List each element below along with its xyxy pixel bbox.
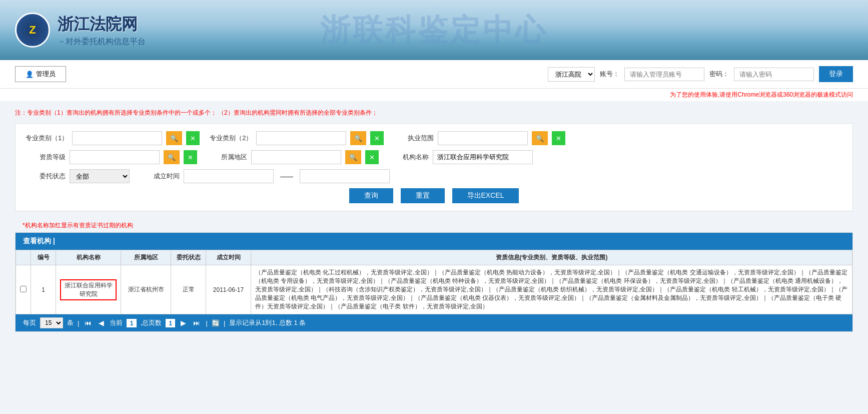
query-button[interactable]: 查询	[349, 188, 393, 203]
entrust-label: 委托状态	[26, 172, 66, 181]
col-checkbox	[16, 250, 31, 265]
region-search-btn[interactable]: 🔍	[345, 150, 361, 164]
last-page-btn[interactable]: ⏭	[192, 319, 202, 327]
row-checkbox[interactable]	[20, 286, 27, 292]
field-category1: 专业类别（1） 🔍 ✕	[26, 131, 200, 145]
site-title-block: 浙江法院网 －对外委托机构信息平台	[58, 14, 146, 47]
establish-label: 成立时间	[140, 172, 180, 181]
notice-bar: 为了您的使用体验,请使用Chrome浏览器或360浏览器的极速模式访问	[0, 89, 868, 101]
login-bar: 👤 管理员 浙江高院 账号： 密码： 登录	[0, 60, 868, 89]
level-search-btn[interactable]: 🔍	[164, 150, 180, 164]
action-buttons: 查询 重置 导出EXCEL	[26, 188, 842, 203]
site-title: 浙江法院网	[58, 14, 146, 36]
field-scope: 执业范围 🔍 ✕	[394, 131, 565, 145]
time-dash: ——	[280, 173, 293, 180]
field-level: 资质等级 🔍 ✕	[26, 150, 197, 164]
cell-checkbox[interactable]	[16, 265, 31, 314]
form-row-1: 专业类别（1） 🔍 ✕ 专业类别（2） 🔍 ✕ 执业范围 🔍 ✕	[26, 131, 842, 145]
table-title-divider: |	[53, 237, 55, 245]
field-org-name: 机构名称	[389, 150, 533, 164]
search-note: 注：专业类别（1）查询出的机构拥有所选择专业类别条件中的一个或多个； （2）查询…	[15, 109, 853, 117]
admin-button[interactable]: 👤 管理员	[15, 66, 66, 82]
cell-status: 正常	[171, 265, 206, 314]
table-header-row: 编号 机构名称 所属地区 委托状态 成立时间 资质信息(专业类别、资质等级、执业…	[16, 250, 852, 265]
region-clear-btn[interactable]: ✕	[365, 150, 379, 164]
field-entrust-status: 委托状态 全部	[26, 169, 130, 183]
site-subtitle: －对外委托机构信息平台	[58, 37, 146, 47]
login-button[interactable]: 登录	[819, 66, 853, 82]
display-info: 显示记录从1到1, 总数 1 条	[229, 318, 306, 327]
col-num: 编号	[31, 250, 56, 265]
next-page-btn[interactable]: ▶	[179, 319, 188, 327]
category2-search-btn[interactable]: 🔍	[350, 131, 366, 145]
establish-input-end[interactable]	[300, 169, 390, 183]
per-page-select[interactable]: 15	[40, 317, 63, 328]
password-input[interactable]	[734, 68, 814, 81]
category2-label: 专业类别（2）	[210, 134, 252, 143]
header: Z 浙江法院网 －对外委托机构信息平台 浙联科鉴定中心	[0, 0, 868, 60]
admin-icon: 👤	[26, 71, 34, 78]
site-logo: Z	[15, 13, 50, 48]
cell-name: 浙江联合应用科学研究院	[56, 265, 121, 314]
form-row-2: 资质等级 🔍 ✕ 所属地区 🔍 ✕ 机构名称	[26, 150, 842, 164]
scope-search-btn[interactable]: 🔍	[532, 131, 548, 145]
first-page-btn[interactable]: ⏮	[83, 319, 93, 327]
category1-search-btn[interactable]: 🔍	[166, 131, 182, 145]
field-category2: 专业类别（2） 🔍 ✕	[210, 131, 384, 145]
current-page-label: 当前	[110, 318, 123, 327]
admin-label: 管理员	[36, 70, 56, 79]
pagination-bar: 每页 15 条 | ⏮ ◀ 当前 1 ,总页数 1 ▶ ⏭ | 🔄 | 显示记录…	[16, 314, 852, 331]
category1-clear-btn[interactable]: ✕	[186, 131, 200, 145]
per-page-label: 每页	[23, 318, 36, 327]
level-input[interactable]	[70, 150, 160, 164]
account-input[interactable]	[624, 68, 704, 81]
main-content: 注：专业类别（1）查询出的机构拥有所选择专业类别条件中的一个或多个； （2）查询…	[0, 101, 868, 339]
header-content: Z 浙江法院网 －对外委托机构信息平台	[15, 13, 146, 48]
search-form: 专业类别（1） 🔍 ✕ 专业类别（2） 🔍 ✕ 执业范围 🔍 ✕ 资质等级	[15, 123, 853, 211]
field-region: 所属地区 🔍 ✕	[207, 150, 379, 164]
form-row-3: 委托状态 全部 成立时间 ——	[26, 169, 842, 183]
category2-input[interactable]	[256, 131, 346, 145]
scope-input[interactable]	[438, 131, 528, 145]
results-table: 编号 机构名称 所属地区 委托状态 成立时间 资质信息(专业类别、资质等级、执业…	[16, 250, 852, 314]
col-region: 所属地区	[121, 250, 171, 265]
export-button[interactable]: 导出EXCEL	[452, 188, 519, 203]
prev-page-btn[interactable]: ◀	[97, 319, 106, 327]
table-row: 1 浙江联合应用科学研究院 浙江省杭州市 正常 2011-06-17 （产品质量…	[16, 265, 852, 314]
table-title-bar: 查看机构 |	[16, 233, 852, 250]
col-status: 委托状态	[171, 250, 206, 265]
level-clear-btn[interactable]: ✕	[184, 150, 197, 164]
category2-clear-btn[interactable]: ✕	[370, 131, 384, 145]
scope-clear-btn[interactable]: ✕	[552, 131, 565, 145]
logo-char: Z	[29, 24, 36, 37]
court-select[interactable]: 浙江高院	[548, 67, 595, 82]
login-right: 浙江高院 账号： 密码： 登录	[548, 66, 853, 82]
cell-region: 浙江省杭州市	[121, 265, 171, 314]
col-name: 机构名称	[56, 250, 121, 265]
region-input[interactable]	[251, 150, 341, 164]
reset-button[interactable]: 重置	[401, 188, 445, 203]
org-name-label: 机构名称	[389, 153, 429, 162]
establish-input[interactable]	[184, 169, 274, 183]
notice-text: 为了您的使用体验,请使用Chrome浏览器或360浏览器的极速模式访问	[670, 91, 853, 98]
cell-info: （产品质量鉴定（机电类 化工过程机械），无资质等级评定,全国）｜（产品质量鉴定（…	[251, 265, 852, 314]
region-label: 所属地区	[207, 153, 247, 162]
entrust-select[interactable]: 全部	[70, 169, 130, 183]
level-label: 资质等级	[26, 153, 66, 162]
per-page-unit: 条	[67, 318, 74, 327]
col-date: 成立时间	[206, 250, 251, 265]
category1-input[interactable]	[72, 131, 162, 145]
cell-num: 1	[31, 265, 56, 314]
total-pages-num: 1	[166, 319, 175, 327]
table-red-note: *机构名称加红显示有资质证书过期的机构	[15, 219, 853, 232]
category1-label: 专业类别（1）	[26, 134, 68, 143]
scope-label: 执业范围	[394, 134, 434, 143]
org-name-value[interactable]: 浙江联合应用科学研究院	[60, 279, 117, 300]
org-name-input[interactable]	[433, 150, 533, 164]
field-establish-time: 成立时间 ——	[140, 169, 390, 183]
current-page-num: 1	[127, 319, 136, 327]
total-pages-label: ,总页数	[141, 318, 162, 327]
refresh-icon[interactable]: 🔄	[212, 319, 220, 327]
table-title: 查看机构	[23, 237, 51, 245]
table-section: 查看机构 | 编号 机构名称 所属地区 委托状态 成立时间 资质信息(专业类别、…	[15, 232, 853, 332]
